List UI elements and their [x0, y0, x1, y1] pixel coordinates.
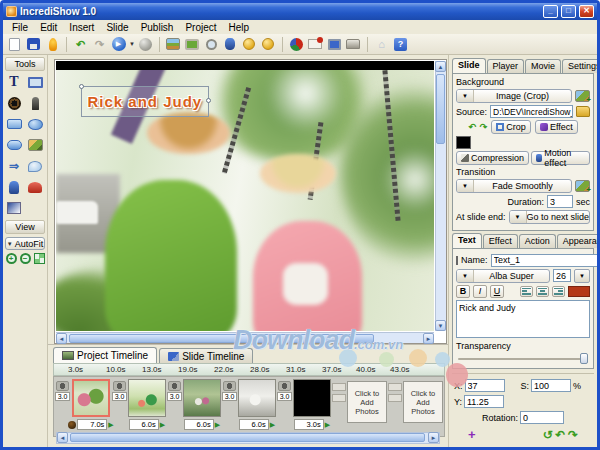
scroll-left-icon[interactable]: ◄	[57, 432, 68, 443]
compression-button[interactable]: Compression	[456, 151, 529, 165]
home-icon[interactable]: ⌂	[373, 36, 390, 52]
selection-handle[interactable]	[79, 84, 84, 89]
zoom-in-icon[interactable]: +	[6, 253, 17, 264]
transition-cell[interactable]: 3.0	[167, 379, 182, 434]
coin2-icon[interactable]	[260, 36, 277, 52]
play-icon[interactable]: ▶	[110, 36, 127, 52]
frame-tool-icon[interactable]	[26, 74, 44, 90]
add-slide-icon[interactable]	[184, 36, 201, 52]
roundrect-tool-icon[interactable]	[5, 137, 23, 153]
close-button[interactable]: ✕	[579, 5, 594, 18]
title-bar[interactable]: IncrediShow 1.0 _ □ ✕	[3, 3, 597, 20]
transparency-slider[interactable]	[458, 353, 588, 364]
slide-thumbnail[interactable]	[238, 379, 276, 417]
coin-icon[interactable]	[241, 36, 258, 52]
scroll-right-icon[interactable]: ►	[423, 333, 434, 344]
italic-button[interactable]: I	[473, 285, 487, 298]
font-dropdown[interactable]: ▼ Alba Super	[456, 269, 550, 283]
timeline-slide[interactable]: 6.0s ▶	[183, 379, 221, 434]
slide-thumbnail[interactable]	[128, 379, 166, 417]
add-photos-button[interactable]: Click to Add Photos	[403, 381, 443, 423]
stamp-tool-icon[interactable]	[26, 179, 44, 195]
zoom-out-icon[interactable]: −	[20, 253, 31, 264]
timeline-scrollbar[interactable]: ◄ ►	[56, 432, 440, 444]
align-center-icon[interactable]	[536, 286, 549, 297]
duration-play-icon[interactable]: ▶	[160, 421, 165, 429]
name-input[interactable]	[491, 254, 600, 267]
tab-settings[interactable]: Settings	[562, 59, 600, 73]
rotate-left-icon[interactable]: ↶	[468, 122, 476, 132]
fit-screen-icon[interactable]	[34, 253, 45, 264]
menu-project[interactable]: Project	[179, 22, 222, 33]
publish-icon[interactable]	[44, 36, 61, 52]
align-right-icon[interactable]	[552, 286, 565, 297]
x-input[interactable]	[465, 379, 505, 392]
redo-icon[interactable]: ↷	[91, 36, 108, 52]
rotate-ccw-icon[interactable]: ↶	[555, 428, 565, 442]
menu-publish[interactable]: Publish	[135, 22, 180, 33]
tab-appearances[interactable]: Appearances	[557, 234, 600, 248]
duration-play-icon[interactable]: ▶	[270, 421, 275, 429]
menu-file[interactable]: File	[6, 22, 34, 33]
autofit-button[interactable]: ▼ AutoFit	[5, 237, 45, 250]
email-icon[interactable]	[307, 36, 324, 52]
rotate-cw-icon[interactable]: ↷	[568, 428, 578, 442]
duration-value[interactable]: 3.0s	[294, 419, 324, 430]
duration-value[interactable]: 6.0s	[239, 419, 269, 430]
text-color-swatch[interactable]	[568, 286, 590, 297]
canvas-horizontal-scrollbar[interactable]: ◄ ►	[56, 332, 434, 343]
save-icon[interactable]	[25, 36, 42, 52]
menu-help[interactable]: Help	[223, 22, 256, 33]
scroll-up-icon[interactable]: ▲	[435, 61, 446, 72]
rotation-input[interactable]	[520, 411, 564, 424]
slide-canvas[interactable]: Rick and Judy	[56, 61, 434, 331]
add-photos-button[interactable]: Click to Add Photos	[347, 381, 387, 423]
undo-icon[interactable]: ↶	[72, 36, 89, 52]
motion-effect-button[interactable]: Motion effect	[531, 151, 590, 165]
play-dropdown-icon[interactable]: ▼	[129, 41, 135, 47]
text-content-input[interactable]: Rick and Judy	[456, 300, 590, 338]
transition-cell[interactable]: 3.0	[112, 379, 127, 434]
print-icon[interactable]	[345, 36, 362, 52]
duration-value[interactable]: 6.0s	[184, 419, 214, 430]
transition-preview-icon[interactable]	[575, 180, 590, 192]
arrow-tool-icon[interactable]: ⇒	[5, 158, 23, 174]
rotate-right-icon[interactable]: ↷	[480, 122, 488, 132]
scroll-thumb[interactable]	[70, 433, 425, 442]
font-size-dropdown-icon[interactable]: ▼	[574, 269, 590, 283]
source-path-field[interactable]: D:\DEV\IncrediShow_1\Doc\Im	[490, 105, 573, 118]
add-photos-cell[interactable]: Click to Add Photos	[347, 379, 387, 434]
stop-icon[interactable]	[137, 36, 154, 52]
text-overlay-selection[interactable]: Rick and Judy	[81, 86, 210, 117]
add-photos-cell[interactable]: Click to Add Photos	[403, 379, 443, 434]
slider-thumb[interactable]	[580, 353, 588, 364]
duration-input[interactable]	[547, 195, 573, 208]
duration-play-icon[interactable]: ▶	[215, 421, 220, 429]
image-tool-icon[interactable]	[26, 137, 44, 153]
bold-button[interactable]: B	[456, 285, 470, 298]
new-project-icon[interactable]	[6, 36, 23, 52]
tab-project-timeline[interactable]: Project Timeline	[53, 347, 157, 363]
help-icon[interactable]: ?	[392, 36, 409, 52]
duration-value[interactable]: 7.0s	[77, 419, 107, 430]
canvas-vertical-scrollbar[interactable]: ▲ ▼	[435, 61, 446, 331]
scroll-down-icon[interactable]: ▼	[435, 320, 446, 331]
screen-icon[interactable]	[326, 36, 343, 52]
scroll-thumb[interactable]	[69, 334, 374, 343]
overlay-text[interactable]: Rick and Judy	[87, 93, 202, 110]
y-input[interactable]	[464, 395, 504, 408]
crop-button[interactable]: Crop	[491, 120, 531, 134]
tab-movie[interactable]: Movie	[525, 59, 561, 73]
bubble-tool-icon[interactable]	[26, 158, 44, 174]
timeline-slide[interactable]: 3.0s ▶	[293, 379, 331, 434]
chart-icon[interactable]	[288, 36, 305, 52]
slide-thumbnail[interactable]	[293, 379, 331, 417]
microphone-tool-icon[interactable]	[26, 95, 44, 111]
duration-play-icon[interactable]: ▶	[325, 421, 330, 429]
menu-edit[interactable]: Edit	[34, 22, 63, 33]
tab-slide[interactable]: Slide	[452, 58, 486, 73]
transition-dropdown[interactable]: ▼ Fade Smoothly	[456, 179, 572, 193]
add-photo-icon[interactable]	[165, 36, 182, 52]
align-left-icon[interactable]	[520, 286, 533, 297]
scroll-thumb[interactable]	[436, 74, 445, 144]
